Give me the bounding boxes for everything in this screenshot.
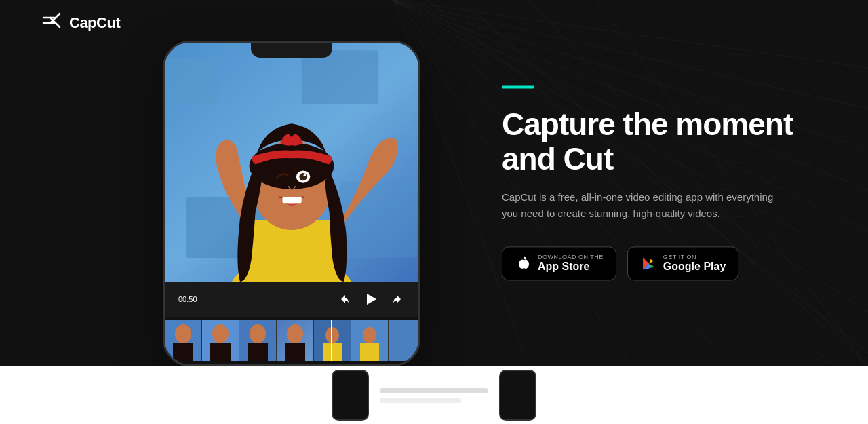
svg-rect-21 bbox=[165, 58, 217, 104]
bottom-teaser-phone-right bbox=[499, 370, 536, 421]
svg-marker-55 bbox=[649, 259, 654, 264]
store-buttons: Download on the App Store GET IT ON Go bbox=[502, 247, 827, 281]
forward-button[interactable] bbox=[389, 291, 405, 307]
app-store-button[interactable]: Download on the App Store bbox=[502, 247, 616, 281]
bottom-teaser-phone-left bbox=[332, 370, 369, 421]
capcut-logo-icon bbox=[41, 12, 62, 34]
google-play-text: GET IT ON Google Play bbox=[663, 254, 726, 273]
google-play-label-big: Google Play bbox=[663, 261, 726, 273]
svg-point-36 bbox=[175, 324, 191, 343]
timeline-frame bbox=[239, 320, 277, 361]
svg-rect-52 bbox=[360, 343, 379, 361]
apple-icon bbox=[515, 256, 531, 272]
timeline-frame bbox=[389, 320, 418, 361]
google-play-label-small: GET IT ON bbox=[663, 254, 726, 261]
phone-video-area bbox=[165, 43, 418, 282]
logo: CapCut bbox=[41, 12, 120, 34]
hero-title: Capture the moment and Cut bbox=[502, 107, 827, 176]
svg-rect-46 bbox=[285, 343, 305, 361]
phone-mockup: 00:50 bbox=[163, 41, 420, 366]
svg-rect-40 bbox=[210, 343, 231, 361]
svg-point-32 bbox=[304, 174, 306, 176]
hero-description: CapCut is a free, all-in-one video editi… bbox=[502, 190, 787, 223]
svg-rect-24 bbox=[340, 181, 418, 258]
svg-point-31 bbox=[299, 173, 307, 180]
svg-rect-49 bbox=[323, 343, 342, 361]
svg-point-29 bbox=[250, 143, 334, 189]
timeline-cursor bbox=[331, 320, 332, 361]
svg-point-39 bbox=[212, 324, 229, 343]
svg-rect-43 bbox=[248, 343, 268, 361]
timeline-frame bbox=[277, 320, 314, 361]
bottom-teaser-line2 bbox=[380, 398, 461, 403]
svg-point-51 bbox=[363, 327, 376, 343]
bottom-teaser-line1 bbox=[380, 388, 488, 393]
svg-rect-33 bbox=[282, 197, 301, 203]
svg-point-42 bbox=[250, 324, 266, 343]
phone-screen: 00:50 bbox=[165, 43, 418, 364]
svg-point-45 bbox=[287, 324, 303, 343]
timeline-frame bbox=[165, 320, 202, 361]
svg-point-48 bbox=[326, 327, 339, 343]
app-store-text: Download on the App Store bbox=[538, 254, 604, 273]
app-store-label-big: App Store bbox=[538, 261, 604, 273]
google-play-icon bbox=[640, 256, 656, 272]
svg-rect-37 bbox=[173, 343, 193, 361]
bottom-section bbox=[0, 366, 868, 424]
logo-text: CapCut bbox=[69, 14, 120, 32]
play-button[interactable] bbox=[360, 288, 382, 310]
google-play-button[interactable]: GET IT ON Google Play bbox=[627, 247, 738, 281]
timeline-strip bbox=[165, 320, 418, 361]
video-time: 00:50 bbox=[178, 295, 204, 303]
app-store-label-small: Download on the bbox=[538, 254, 604, 261]
svg-rect-53 bbox=[389, 320, 418, 361]
right-content: Capture the moment and Cut CapCut is a f… bbox=[502, 85, 827, 280]
rewind-button[interactable] bbox=[337, 291, 353, 307]
timeline-frame bbox=[314, 320, 351, 361]
timeline-frame bbox=[202, 320, 239, 361]
phone-timeline[interactable] bbox=[165, 317, 418, 364]
svg-rect-22 bbox=[302, 50, 379, 104]
accent-line bbox=[502, 85, 534, 88]
timeline-frame bbox=[351, 320, 389, 361]
phone-controls: 00:50 bbox=[165, 282, 418, 317]
svg-marker-34 bbox=[367, 294, 376, 305]
header: CapCut bbox=[0, 0, 868, 46]
